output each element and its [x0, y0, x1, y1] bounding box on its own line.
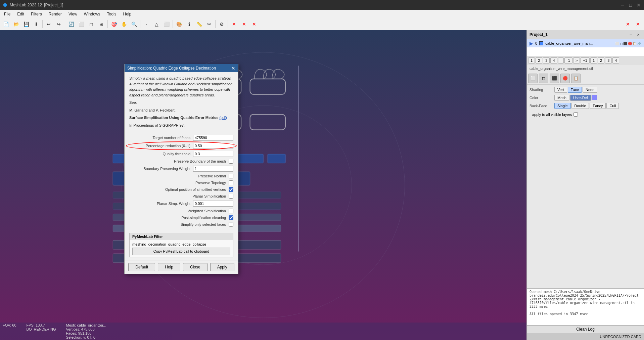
tb-zoom[interactable]: 🔍 [129, 19, 139, 29]
layer-btn-3[interactable]: 3 [543, 57, 550, 63]
tb-section[interactable]: ✂ [204, 19, 214, 29]
simplify-selected-checkbox[interactable] [229, 222, 233, 227]
tb-import[interactable]: ⬇ [32, 19, 41, 29]
render-icon-flat[interactable]: ⬜ [528, 74, 538, 83]
color-mesh-button[interactable]: Mesh [554, 95, 569, 101]
copy-pymeshlab-button[interactable]: Copy PyMeshLab call to clipboard [132, 248, 230, 255]
mesh-icon-4[interactable]: 🔴 [628, 42, 632, 45]
shading-face-button[interactable]: Face [568, 87, 582, 93]
tb-pan[interactable]: ✋ [119, 19, 129, 29]
tb-view-reset[interactable]: 🔄 [66, 19, 76, 29]
tb-ortho[interactable]: ⊞ [97, 19, 106, 29]
percentage-reduction-input[interactable] [193, 143, 233, 149]
panel-close-button[interactable]: ✕ [635, 32, 641, 38]
menu-filters[interactable]: Filters [28, 11, 45, 17]
tb-select-area[interactable]: ⬜ [162, 19, 171, 29]
layer-btn-4[interactable]: 4 [550, 57, 557, 63]
menu-edit[interactable]: Edit [14, 11, 27, 17]
planar-simp-weight-input[interactable] [193, 201, 233, 207]
layer-btn-2[interactable]: 2 [536, 57, 542, 63]
render-icon-smooth[interactable]: ⬛ [550, 74, 559, 83]
tb-open[interactable]: 📂 [11, 19, 21, 29]
menu-view[interactable]: View [66, 11, 80, 17]
mesh-expand-icon: ▶ [530, 41, 533, 46]
menu-file[interactable]: File [1, 11, 13, 17]
target-faces-input[interactable] [193, 135, 233, 141]
tb-select-face[interactable]: △ [152, 19, 161, 29]
minimize-button[interactable]: ─ [620, 2, 625, 8]
tb-perspective[interactable]: ◻ [87, 19, 96, 29]
maximize-button[interactable]: □ [628, 2, 633, 8]
tb-right-extra1[interactable]: ✕ [623, 19, 633, 29]
mesh-icon-6[interactable]: 🔗 [637, 42, 641, 45]
preserve-normal-checkbox[interactable] [229, 174, 233, 178]
menu-help[interactable]: Help [121, 11, 134, 17]
post-simplification-checkbox[interactable] [229, 215, 233, 220]
mesh-icon-5[interactable]: 📋 [633, 42, 637, 45]
close-dialog-button[interactable]: Close [183, 263, 208, 271]
mesh-icon-3[interactable]: ⬛ [623, 42, 627, 45]
close-button[interactable]: ✕ [636, 2, 641, 8]
dialog-close-button[interactable]: ✕ [231, 66, 235, 71]
menu-windows[interactable]: Windows [81, 11, 103, 17]
shading-vert-button[interactable]: Vert [554, 87, 567, 93]
tb-measure[interactable]: 📏 [194, 19, 204, 29]
layer-btn-plus1[interactable]: +1 [581, 57, 590, 63]
preserve-boundary-checkbox[interactable] [229, 159, 233, 164]
tb-color[interactable]: 🎨 [174, 19, 184, 29]
mesh-icon-1[interactable]: ⬜ [615, 42, 619, 45]
layer-btn-r4[interactable]: 4 [612, 57, 619, 63]
tb-right-extra2[interactable]: ✕ [633, 19, 643, 29]
mesh-icon-2[interactable]: ◻ [620, 42, 623, 45]
optimal-position-checkbox[interactable] [229, 187, 233, 192]
layer-btn-r2[interactable]: 2 [598, 57, 604, 63]
quality-threshold-input[interactable] [193, 151, 233, 157]
mesh-item[interactable]: ▶ 0 cable_organizer_wire_man... ⬜ ◻ ⬛ 🔴 … [527, 39, 644, 47]
tb-delete2[interactable]: ✕ [239, 19, 249, 29]
tb-delete1[interactable]: ✕ [229, 19, 239, 29]
shading-none-button[interactable]: None [583, 87, 597, 93]
window-controls[interactable]: ─ □ ✕ [620, 2, 641, 8]
render-icon-point[interactable]: 🔴 [560, 74, 570, 83]
dialog-pdf-link[interactable]: (pdf) [219, 116, 227, 120]
layer-btn-1[interactable]: 1 [528, 57, 535, 63]
tb-delete3[interactable]: ✕ [249, 19, 259, 29]
boundary-weight-input[interactable] [193, 166, 233, 172]
menu-tools[interactable]: Tools [104, 11, 119, 17]
back-face-fancy-button[interactable]: Fancy [590, 103, 606, 109]
back-face-single-button[interactable]: Single [554, 103, 571, 109]
help-button[interactable]: Help [158, 263, 180, 271]
tb-redo[interactable]: ↪ [54, 19, 63, 29]
layer-btn-minus[interactable]: - [558, 57, 564, 63]
menu-render[interactable]: Render [46, 11, 64, 17]
weighted-simplification-checkbox[interactable] [229, 209, 233, 213]
apply-button[interactable]: Apply [210, 263, 234, 271]
tb-save[interactable]: 💾 [21, 19, 31, 29]
back-face-cull-button[interactable]: Cull [606, 103, 619, 109]
tb-fit-all[interactable]: ⬜ [77, 19, 86, 29]
project-name-title: [Project_1] [44, 3, 63, 7]
tb-trackball[interactable]: 🎯 [109, 19, 119, 29]
layer-btn-minus1[interactable]: -1 [564, 57, 572, 63]
color-userdef-button[interactable]: User-Def [570, 95, 591, 101]
preserve-topology-checkbox[interactable] [229, 180, 233, 185]
tb-align[interactable]: ⚙ [217, 19, 226, 29]
render-icon-wire[interactable]: ◻ [539, 74, 548, 83]
apply-all-layers-checkbox[interactable] [573, 112, 578, 117]
default-button[interactable]: Default [128, 263, 155, 271]
clean-log-button[interactable]: Clean Log [527, 325, 644, 333]
back-face-double-button[interactable]: Double [571, 103, 589, 109]
planar-simplification-checkbox[interactable] [229, 194, 233, 199]
color-swatch[interactable] [592, 95, 597, 100]
viewport[interactable]: FOV: 60 FPS: 188.7 BO_RENDERING Mesh: ca… [0, 30, 526, 340]
tb-info[interactable]: ℹ [184, 19, 194, 29]
layer-btn-r1[interactable]: 1 [590, 57, 597, 63]
layer-btn-r3[interactable]: 3 [605, 57, 612, 63]
layer-btn-next[interactable]: > [573, 57, 580, 63]
tb-new[interactable]: 📄 [1, 19, 11, 29]
tb-undo[interactable]: ↩ [44, 19, 53, 29]
tb-select-vert[interactable]: · [142, 19, 151, 29]
render-icon-texture[interactable]: 📋 [571, 74, 581, 83]
panel-minimize-button[interactable]: ─ [628, 32, 634, 38]
boundary-weight-row: Boundary Preserving Weight [129, 166, 233, 172]
